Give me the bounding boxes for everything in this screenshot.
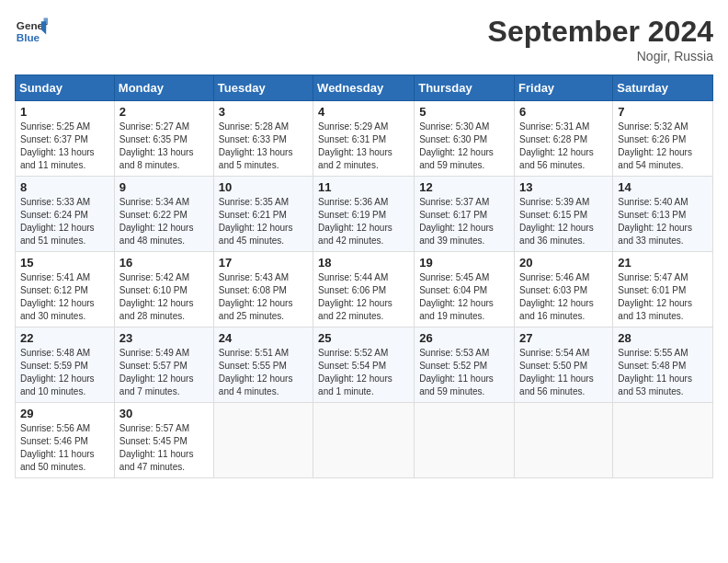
- calendar-cell: 26 Sunrise: 5:53 AM Sunset: 5:52 PM Dayl…: [415, 327, 515, 403]
- calendar-cell: 19 Sunrise: 5:45 AM Sunset: 6:04 PM Dayl…: [415, 252, 515, 327]
- calendar-cell: 27 Sunrise: 5:54 AM Sunset: 5:50 PM Dayl…: [515, 327, 613, 403]
- svg-text:Blue: Blue: [17, 31, 40, 43]
- day-number: 23: [119, 331, 209, 345]
- day-info: Sunrise: 5:48 AM Sunset: 5:59 PM Dayligh…: [20, 347, 109, 398]
- day-info: Sunrise: 5:36 AM Sunset: 6:19 PM Dayligh…: [318, 196, 409, 247]
- day-number: 7: [618, 105, 708, 119]
- day-info: Sunrise: 5:55 AM Sunset: 5:48 PM Dayligh…: [618, 347, 708, 398]
- title-block: September 2024 Nogir, Russia: [488, 15, 713, 63]
- day-number: 8: [20, 180, 109, 194]
- calendar-cell: 18 Sunrise: 5:44 AM Sunset: 6:06 PM Dayl…: [313, 252, 415, 327]
- day-info: Sunrise: 5:33 AM Sunset: 6:24 PM Dayligh…: [20, 196, 109, 247]
- calendar-cell: 14 Sunrise: 5:40 AM Sunset: 6:13 PM Dayl…: [613, 177, 713, 252]
- day-number: 26: [419, 331, 509, 345]
- day-info: Sunrise: 5:56 AM Sunset: 5:46 PM Dayligh…: [20, 422, 109, 474]
- day-info: Sunrise: 5:46 AM Sunset: 6:03 PM Dayligh…: [519, 271, 608, 323]
- calendar-cell: 13 Sunrise: 5:39 AM Sunset: 6:15 PM Dayl…: [515, 177, 613, 252]
- weekday-header-thursday: Thursday: [415, 75, 515, 101]
- day-info: Sunrise: 5:32 AM Sunset: 6:26 PM Dayligh…: [618, 121, 708, 172]
- calendar-cell: 3 Sunrise: 5:28 AM Sunset: 6:33 PM Dayli…: [213, 101, 313, 177]
- day-info: Sunrise: 5:45 AM Sunset: 6:04 PM Dayligh…: [419, 271, 509, 323]
- calendar-cell: [313, 403, 415, 478]
- day-info: Sunrise: 5:53 AM Sunset: 5:52 PM Dayligh…: [419, 347, 509, 398]
- day-info: Sunrise: 5:40 AM Sunset: 6:13 PM Dayligh…: [618, 196, 708, 247]
- calendar-cell: 2 Sunrise: 5:27 AM Sunset: 6:35 PM Dayli…: [114, 101, 213, 177]
- day-info: Sunrise: 5:35 AM Sunset: 6:21 PM Dayligh…: [219, 196, 308, 247]
- weekday-header-saturday: Saturday: [613, 75, 713, 101]
- day-number: 29: [20, 407, 109, 420]
- weekday-header-tuesday: Tuesday: [213, 75, 313, 101]
- day-number: 17: [219, 256, 308, 270]
- day-info: Sunrise: 5:39 AM Sunset: 6:15 PM Dayligh…: [519, 196, 608, 247]
- day-number: 27: [519, 331, 608, 345]
- day-number: 13: [519, 180, 608, 194]
- calendar-cell: 4 Sunrise: 5:29 AM Sunset: 6:31 PM Dayli…: [313, 101, 415, 177]
- calendar-cell: 30 Sunrise: 5:57 AM Sunset: 5:45 PM Dayl…: [114, 403, 213, 478]
- weekday-header-monday: Monday: [114, 75, 213, 101]
- day-number: 10: [219, 180, 308, 194]
- calendar-cell: 17 Sunrise: 5:43 AM Sunset: 6:08 PM Dayl…: [213, 252, 313, 327]
- calendar-cell: 20 Sunrise: 5:46 AM Sunset: 6:03 PM Dayl…: [515, 252, 613, 327]
- day-info: Sunrise: 5:43 AM Sunset: 6:08 PM Dayligh…: [219, 271, 308, 323]
- day-info: Sunrise: 5:30 AM Sunset: 6:30 PM Dayligh…: [419, 121, 509, 172]
- day-info: Sunrise: 5:34 AM Sunset: 6:22 PM Dayligh…: [119, 196, 209, 247]
- day-info: Sunrise: 5:52 AM Sunset: 5:54 PM Dayligh…: [318, 347, 409, 398]
- day-info: Sunrise: 5:44 AM Sunset: 6:06 PM Dayligh…: [318, 271, 409, 323]
- calendar-cell: [415, 403, 515, 478]
- calendar-cell: 5 Sunrise: 5:30 AM Sunset: 6:30 PM Dayli…: [415, 101, 515, 177]
- calendar-cell: 28 Sunrise: 5:55 AM Sunset: 5:48 PM Dayl…: [613, 327, 713, 403]
- calendar-cell: 21 Sunrise: 5:47 AM Sunset: 6:01 PM Dayl…: [613, 252, 713, 327]
- day-number: 24: [219, 331, 308, 345]
- day-number: 3: [219, 105, 308, 119]
- day-number: 28: [618, 331, 708, 345]
- logo-icon: General Blue: [15, 15, 48, 48]
- day-number: 20: [519, 256, 608, 270]
- calendar-cell: 12 Sunrise: 5:37 AM Sunset: 6:17 PM Dayl…: [415, 177, 515, 252]
- day-info: Sunrise: 5:37 AM Sunset: 6:17 PM Dayligh…: [419, 196, 509, 247]
- calendar-cell: [613, 403, 713, 478]
- day-info: Sunrise: 5:54 AM Sunset: 5:50 PM Dayligh…: [519, 347, 608, 398]
- page-header: General Blue September 2024 Nogir, Russi…: [15, 15, 713, 63]
- day-number: 22: [20, 331, 109, 345]
- calendar-cell: [515, 403, 613, 478]
- calendar-cell: 16 Sunrise: 5:42 AM Sunset: 6:10 PM Dayl…: [114, 252, 213, 327]
- day-number: 19: [419, 256, 509, 270]
- day-info: Sunrise: 5:41 AM Sunset: 6:12 PM Dayligh…: [20, 271, 109, 323]
- month-title: September 2024: [488, 15, 713, 49]
- calendar-cell: 24 Sunrise: 5:51 AM Sunset: 5:55 PM Dayl…: [213, 327, 313, 403]
- day-info: Sunrise: 5:28 AM Sunset: 6:33 PM Dayligh…: [219, 121, 308, 172]
- day-number: 25: [318, 331, 409, 345]
- day-info: Sunrise: 5:29 AM Sunset: 6:31 PM Dayligh…: [318, 121, 409, 172]
- calendar-cell: 9 Sunrise: 5:34 AM Sunset: 6:22 PM Dayli…: [114, 177, 213, 252]
- calendar-cell: 7 Sunrise: 5:32 AM Sunset: 6:26 PM Dayli…: [613, 101, 713, 177]
- weekday-header-sunday: Sunday: [16, 75, 115, 101]
- calendar-cell: 6 Sunrise: 5:31 AM Sunset: 6:28 PM Dayli…: [515, 101, 613, 177]
- day-info: Sunrise: 5:49 AM Sunset: 5:57 PM Dayligh…: [119, 347, 209, 398]
- weekday-header-friday: Friday: [515, 75, 613, 101]
- day-number: 2: [119, 105, 209, 119]
- calendar-cell: 22 Sunrise: 5:48 AM Sunset: 5:59 PM Dayl…: [16, 327, 115, 403]
- day-info: Sunrise: 5:57 AM Sunset: 5:45 PM Dayligh…: [119, 422, 209, 474]
- day-number: 5: [419, 105, 509, 119]
- svg-marker-2: [41, 21, 46, 34]
- day-number: 1: [20, 105, 109, 119]
- calendar-cell: 29 Sunrise: 5:56 AM Sunset: 5:46 PM Dayl…: [16, 403, 115, 478]
- day-info: Sunrise: 5:42 AM Sunset: 6:10 PM Dayligh…: [119, 271, 209, 323]
- day-number: 16: [119, 256, 209, 270]
- calendar-table: SundayMondayTuesdayWednesdayThursdayFrid…: [15, 75, 713, 478]
- day-info: Sunrise: 5:27 AM Sunset: 6:35 PM Dayligh…: [119, 121, 209, 172]
- calendar-cell: [213, 403, 313, 478]
- day-number: 6: [519, 105, 608, 119]
- calendar-cell: 11 Sunrise: 5:36 AM Sunset: 6:19 PM Dayl…: [313, 177, 415, 252]
- logo: General Blue: [15, 15, 48, 48]
- day-number: 18: [318, 256, 409, 270]
- calendar-cell: 10 Sunrise: 5:35 AM Sunset: 6:21 PM Dayl…: [213, 177, 313, 252]
- day-number: 30: [119, 407, 209, 420]
- day-info: Sunrise: 5:31 AM Sunset: 6:28 PM Dayligh…: [519, 121, 608, 172]
- calendar-cell: 25 Sunrise: 5:52 AM Sunset: 5:54 PM Dayl…: [313, 327, 415, 403]
- day-number: 21: [618, 256, 708, 270]
- calendar-cell: 15 Sunrise: 5:41 AM Sunset: 6:12 PM Dayl…: [16, 252, 115, 327]
- day-number: 9: [119, 180, 209, 194]
- day-number: 15: [20, 256, 109, 270]
- day-number: 11: [318, 180, 409, 194]
